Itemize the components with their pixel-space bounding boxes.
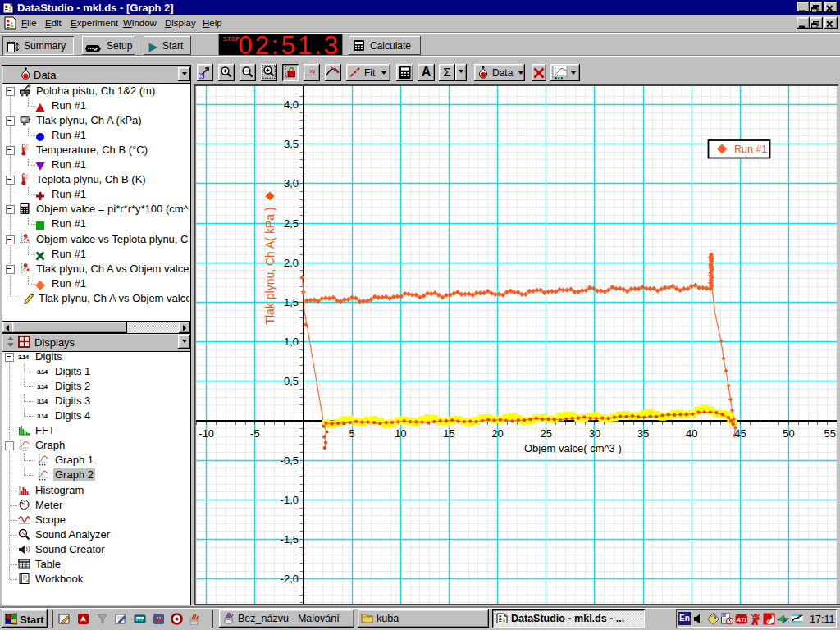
svg-text:ATI: ATI <box>736 616 747 623</box>
svg-text:3,5: 3,5 <box>284 138 299 150</box>
svg-text:3.14: 3.14 <box>37 398 48 405</box>
svg-text:2,0: 2,0 <box>284 257 299 269</box>
svg-text:-5: -5 <box>250 427 260 440</box>
svg-text:-10: -10 <box>199 427 214 440</box>
svg-text:2,5: 2,5 <box>284 217 299 230</box>
svg-text:4,0: 4,0 <box>284 98 299 111</box>
svg-text:88: 88 <box>722 614 727 618</box>
svg-text:30: 30 <box>589 427 600 440</box>
svg-text:Objem valce( cm^3 ): Objem valce( cm^3 ) <box>524 442 622 454</box>
svg-text:3.14: 3.14 <box>18 354 30 361</box>
svg-text:1,5: 1,5 <box>284 296 299 308</box>
svg-text:Tlak plynu, Ch A( kPa ): Tlak plynu, Ch A( kPa ) <box>263 207 276 324</box>
svg-text:3.14: 3.14 <box>37 368 48 376</box>
svg-text:55: 55 <box>824 427 836 440</box>
svg-text:xy: xy <box>310 68 317 75</box>
svg-text:45: 45 <box>734 427 746 440</box>
svg-text:35: 35 <box>637 427 649 440</box>
svg-text:3,0: 3,0 <box>284 177 299 189</box>
svg-text:15: 15 <box>443 427 454 440</box>
svg-text:-1,5: -1,5 <box>281 533 299 546</box>
svg-text:5: 5 <box>349 427 354 440</box>
svg-text:25: 25 <box>541 427 552 440</box>
svg-text:50: 50 <box>783 427 794 440</box>
svg-text:40: 40 <box>686 427 697 440</box>
svg-text:-0,5: -0,5 <box>281 454 299 467</box>
svg-text:-2,0: -2,0 <box>281 573 299 585</box>
svg-text:3.14: 3.14 <box>37 383 48 390</box>
svg-text:0,5: 0,5 <box>284 375 299 387</box>
svg-text:3.14: 3.14 <box>37 413 48 420</box>
svg-text:1,0: 1,0 <box>284 336 299 348</box>
svg-text:20: 20 <box>491 427 503 440</box>
svg-text:Run #1: Run #1 <box>734 144 767 155</box>
svg-text:10: 10 <box>395 427 406 440</box>
svg-text:-1,0: -1,0 <box>281 494 299 506</box>
